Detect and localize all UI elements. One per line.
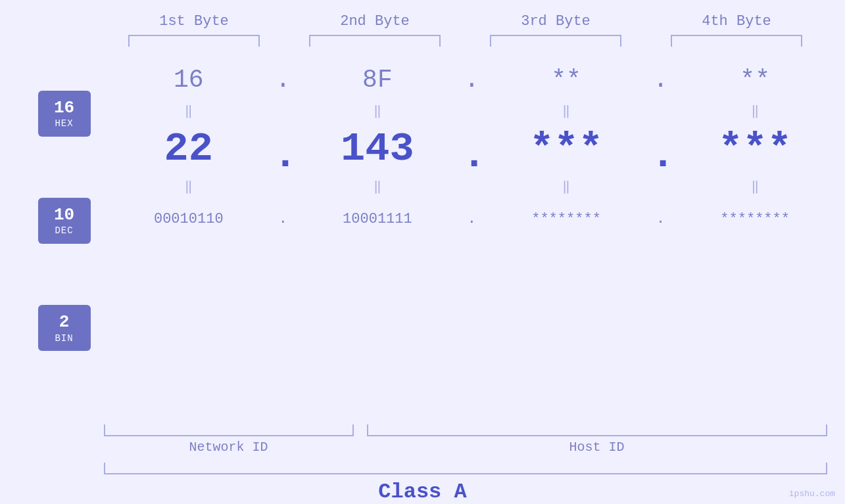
hex-label: HEX [55,118,73,129]
hex-dot-3: . [651,66,671,94]
eq1-4: ‖ [689,103,821,119]
hex-dot-1: . [273,66,293,94]
eq1-3: ‖ [500,103,632,119]
dec-label: DEC [55,225,73,237]
bin-byte-1: 00010110 [123,211,254,227]
big-bracket [104,463,827,474]
hex-data-row: 16 . 8F . ** . ** [107,60,837,99]
byte-header-3: 3rd Byte [490,13,621,30]
bin-byte-2: 10001111 [312,211,443,227]
class-label: Class A [378,480,466,504]
content-area: 16 HEX 10 DEC 2 BIN 16 . 8F . ** . ** [22,53,837,421]
dec-dot-1: . [273,132,293,179]
label-column: 16 HEX 10 DEC 2 BIN [22,53,107,421]
dec-byte-4: *** [689,126,821,172]
bin-dot-2: . [462,211,481,227]
hex-byte-4: ** [689,66,821,94]
byte-header-1: 1st Byte [128,13,260,30]
dec-byte-3: *** [500,126,632,172]
host-bracket [367,424,827,436]
eq2-1: ‖ [123,178,254,195]
dec-badge: 10 DEC [38,198,91,244]
eq2-3: ‖ [500,178,632,195]
bracket-spacer [354,424,367,436]
byte-header-4: 4th Byte [671,13,802,30]
bracket-1 [128,35,260,47]
top-bracket-row [104,35,827,47]
eq2-4: ‖ [689,178,821,195]
bracket-3 [490,35,621,47]
bin-number: 2 [59,312,70,332]
watermark: ipshu.com [789,489,835,499]
eq2-2: ‖ [312,178,443,195]
bin-data-row: 00010110 . 10001111 . ******** . *******… [107,198,837,241]
big-bracket-row [104,463,827,474]
dec-number: 10 [54,205,74,225]
data-grid: 16 . 8F . ** . ** ‖ ‖ ‖ ‖ 22 . [107,53,837,421]
bracket-4 [671,35,802,47]
bottom-section: Network ID Host ID [104,424,827,455]
host-id-label: Host ID [367,440,827,455]
bin-dot-1: . [273,211,293,227]
dec-byte-1: 22 [123,126,254,172]
eq1-2: ‖ [312,103,443,119]
bin-byte-3: ******** [500,211,632,227]
dec-dot-2: . [462,132,481,179]
bin-label: BIN [55,333,73,344]
network-bracket [104,424,354,436]
bin-dot-3: . [651,211,671,227]
bin-badge: 2 BIN [38,305,91,351]
hex-byte-1: 16 [123,66,254,94]
hex-dot-2: . [462,66,481,94]
equals-row-2: ‖ ‖ ‖ ‖ [107,175,837,198]
hex-number: 16 [54,98,74,118]
bracket-2 [309,35,441,47]
main-container: 1st Byte 2nd Byte 3rd Byte 4th Byte 16 H… [0,0,845,504]
network-id-label: Network ID [104,440,354,455]
hex-byte-3: ** [500,66,632,94]
hex-byte-2: 8F [312,66,443,94]
id-labels: Network ID Host ID [104,440,827,455]
dec-byte-2: 143 [312,126,443,172]
eq1-1: ‖ [123,103,254,119]
hex-badge: 16 HEX [38,91,91,137]
byte-header-2: 2nd Byte [309,13,441,30]
dec-data-row: 22 . 143 . *** . *** [107,122,837,175]
bin-byte-4: ******** [689,211,821,227]
byte-headers: 1st Byte 2nd Byte 3rd Byte 4th Byte [104,13,827,30]
equals-row-1: ‖ ‖ ‖ ‖ [107,99,837,122]
bottom-brackets [104,424,827,436]
dec-dot-3: . [651,132,671,179]
